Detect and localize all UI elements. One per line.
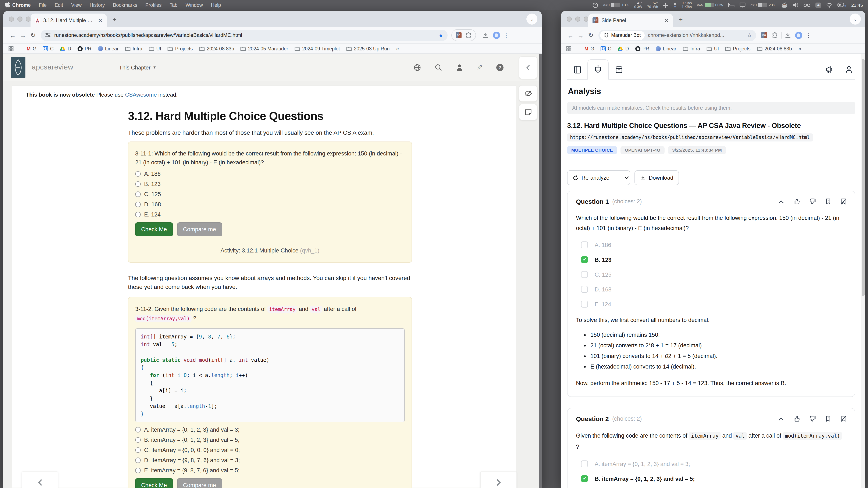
choice-checkbox[interactable]	[581, 475, 588, 482]
tab-close-icon[interactable]: ✕	[664, 18, 669, 23]
bookmark-item[interactable]: Linear	[655, 46, 676, 51]
answer-option[interactable]: A. 186	[135, 171, 405, 177]
zoom-window-button[interactable]	[26, 17, 31, 22]
collapse-chevron-icon[interactable]	[779, 417, 784, 420]
zoom-window-button[interactable]	[584, 17, 589, 22]
bookmark-item[interactable]: 23C	[43, 46, 54, 51]
minimize-window-button[interactable]	[18, 17, 23, 22]
bookmark-item[interactable]: D	[60, 46, 71, 51]
notes-button[interactable]	[519, 104, 537, 120]
radio-button[interactable]	[135, 447, 141, 453]
new-tab-button[interactable]: +	[113, 16, 117, 23]
search-icon[interactable]	[435, 64, 442, 71]
menu-item-history[interactable]: History	[90, 3, 105, 8]
bookmark-icon[interactable]	[826, 198, 831, 205]
radio-button[interactable]	[135, 212, 141, 217]
choice-row[interactable]: B. itemArray = {0, 1, 2, 3} and val = 5;	[581, 475, 846, 482]
radio-button[interactable]	[135, 437, 141, 443]
panel-scrollbar[interactable]	[861, 54, 865, 488]
compare-me-button[interactable]: Compare me	[177, 222, 222, 236]
check-me-button-2[interactable]: Check Me	[135, 478, 173, 488]
globe-icon[interactable]	[413, 64, 421, 71]
tab-search-button[interactable]: ⌄	[526, 13, 537, 25]
menu-item-file[interactable]: File	[39, 3, 46, 8]
chapter-dropdown[interactable]: This Chapter▼	[119, 64, 157, 70]
choice-checkbox[interactable]	[581, 271, 588, 278]
bookmark-slash-icon[interactable]	[840, 416, 846, 422]
bookmark-item[interactable]: Infra	[683, 46, 700, 51]
bookmark-item[interactable]: 2024-09 Timeplot	[294, 46, 340, 51]
radio-button[interactable]	[135, 202, 141, 207]
caffeine-cup-icon[interactable]: ☕	[781, 2, 788, 8]
bookmark-item[interactable]: Linear	[98, 46, 119, 51]
volume-icon[interactable]	[793, 3, 799, 8]
answer-option[interactable]: A. itemArray = {0, 1, 2, 3} and val = 3;	[135, 427, 405, 433]
bookmark-item[interactable]: PR	[78, 46, 92, 51]
ram-meter[interactable]: RAM 66%	[697, 3, 723, 7]
tab-analysis-robot[interactable]	[587, 59, 609, 79]
bookmark-item[interactable]: 23C	[600, 46, 611, 51]
chrome-menu-icon[interactable]: ⋮	[806, 32, 811, 38]
bookmarks-overflow-chevron[interactable]: »	[798, 45, 801, 52]
bookmark-item[interactable]: D	[618, 46, 629, 51]
bookmark-icon[interactable]	[826, 416, 831, 422]
profile-avatar[interactable]	[795, 32, 802, 39]
health-plus-icon[interactable]	[663, 3, 668, 7]
tab-journal[interactable]	[567, 60, 587, 79]
previous-page-button[interactable]	[22, 471, 58, 488]
bookmark-item[interactable]: PR	[635, 46, 649, 51]
sidebar-collapse-button[interactable]	[519, 56, 537, 79]
answer-option[interactable]: E. 124	[135, 212, 405, 218]
forward-button[interactable]: →	[18, 32, 28, 39]
user-icon[interactable]	[456, 64, 463, 71]
browser-tab[interactable]: 3.12. Hard Multiple Choice Qu ✕	[31, 13, 107, 27]
choice-row[interactable]: D. 168	[581, 286, 846, 293]
temperature-power[interactable]: 41° 0.3W	[634, 1, 642, 9]
csawesome-link[interactable]: CSAwesome	[125, 92, 157, 98]
downloads-icon[interactable]	[784, 32, 791, 38]
bookmark-item[interactable]: Infra	[125, 46, 142, 51]
bookmark-item[interactable]: MG	[27, 46, 36, 51]
choice-checkbox[interactable]	[581, 286, 588, 293]
minimize-window-button[interactable]	[575, 17, 580, 22]
answer-option[interactable]: C. itemArray = {0, 0, 0, 0} and val = 0;	[135, 447, 405, 453]
reanalyze-button[interactable]: Re-analyze	[567, 170, 630, 185]
glasses-icon[interactable]	[804, 3, 811, 7]
choice-checkbox[interactable]	[581, 256, 588, 263]
choice-row[interactable]: A. 186	[581, 241, 846, 248]
bed-icon[interactable]	[728, 3, 734, 7]
menu-item-chrome[interactable]: Chrome	[12, 3, 31, 8]
extensions-puzzle-icon[interactable]	[465, 32, 472, 38]
bookmark-item[interactable]: UI	[706, 46, 719, 51]
choice-row[interactable]: B. 123	[581, 256, 846, 263]
page-scrollbar[interactable]	[539, 54, 541, 488]
url-text[interactable]: runestone.academy/ns/books/published/apc…	[54, 32, 242, 38]
back-button[interactable]: ←	[8, 32, 18, 39]
close-window-button[interactable]	[567, 17, 572, 22]
cpu-meter[interactable]: CPU 23%	[750, 3, 776, 7]
bookmark-slash-icon[interactable]	[840, 198, 846, 205]
bookmark-item[interactable]: 2025-03 Up.Run	[346, 46, 390, 51]
answer-option[interactable]: C. 125	[135, 191, 405, 197]
marauder-extension-icon[interactable]: ma	[456, 32, 462, 38]
answer-option[interactable]: E. itemArray = {9, 8, 7, 6} and val = 5;	[135, 467, 405, 474]
display-icon[interactable]	[739, 3, 745, 8]
bookmark-item[interactable]: 2024-08 83b	[199, 46, 234, 51]
reload-button[interactable]: ↻	[586, 31, 596, 39]
answer-option[interactable]: D. itemArray = {9, 8, 7, 6} and val = 3;	[135, 457, 405, 463]
bookmark-item[interactable]: 2024-08 83b	[757, 46, 792, 51]
bookmark-star-icon[interactable]: ☆	[747, 32, 752, 38]
account-icon[interactable]	[845, 66, 853, 73]
compare-me-button-2[interactable]: Compare me	[177, 478, 222, 488]
next-page-button[interactable]	[480, 471, 517, 488]
dot-indicator-icon[interactable]	[673, 3, 677, 8]
radio-button[interactable]	[135, 171, 141, 177]
extensions-puzzle-icon[interactable]	[772, 32, 778, 38]
choice-row[interactable]: E. 124	[581, 301, 846, 307]
tab-archive[interactable]	[609, 60, 629, 79]
url-text[interactable]: chrome-extension://nhkkakenpd...	[648, 32, 724, 38]
hide-annotations-button[interactable]	[519, 85, 537, 102]
bookmark-item[interactable]	[8, 46, 13, 51]
announcements-megaphone-icon[interactable]	[825, 66, 834, 73]
menu-item-tab[interactable]: Tab	[169, 3, 177, 8]
